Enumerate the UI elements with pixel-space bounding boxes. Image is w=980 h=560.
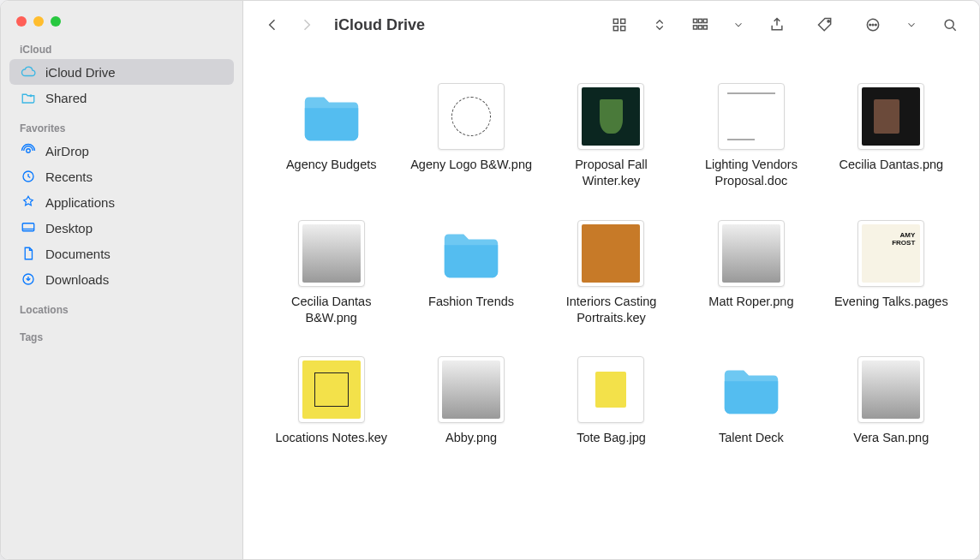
sidebar-item-label: Recents xyxy=(45,170,93,184)
file-label: Talent Deck xyxy=(719,430,784,446)
location-title: iCloud Drive xyxy=(334,16,425,34)
file-thumbnail xyxy=(577,83,644,150)
file-label: Vera San.png xyxy=(853,430,929,446)
finder-window: iCloud iCloud Drive Shared Favorites xyxy=(0,0,980,560)
file-item[interactable]: Talent Deck xyxy=(689,356,813,446)
share-button[interactable] xyxy=(762,11,792,39)
sidebar-item-label: Downloads xyxy=(45,272,109,287)
forward-button[interactable] xyxy=(291,11,322,39)
file-label: Abby.png xyxy=(445,430,497,446)
file-label: Agency Budgets xyxy=(286,157,377,173)
sidebar-heading: iCloud xyxy=(9,39,234,59)
sidebar-item-label: Shared xyxy=(45,91,87,105)
file-item[interactable]: Ageny Logo B&W.png xyxy=(409,83,533,189)
svg-rect-14 xyxy=(703,26,707,29)
svg-rect-11 xyxy=(703,19,707,22)
file-item[interactable]: Abby.png xyxy=(409,356,533,446)
tags-button[interactable] xyxy=(810,11,840,39)
svg-rect-10 xyxy=(698,19,702,22)
file-thumbnail xyxy=(298,220,365,287)
file-thumbnail xyxy=(718,220,785,287)
sidebar-item-label: Documents xyxy=(45,247,111,261)
file-label: Cecilia Dantas B&W.png xyxy=(269,294,393,326)
svg-rect-9 xyxy=(694,19,697,22)
file-thumbnail xyxy=(858,220,924,287)
svg-rect-3 xyxy=(22,223,34,231)
file-thumbnail xyxy=(438,356,505,423)
file-thumbnail xyxy=(577,356,644,423)
cloud-icon xyxy=(20,63,37,80)
file-item[interactable]: Agency Budgets xyxy=(269,83,393,189)
chevron-down-icon[interactable] xyxy=(905,11,917,39)
svg-rect-7 xyxy=(613,27,618,31)
file-grid: Agency BudgetsAgeny Logo B&W.pngProposal… xyxy=(269,83,953,446)
sidebar-heading: Favorites xyxy=(9,117,234,138)
sidebar-item-downloads[interactable]: Downloads xyxy=(9,266,234,292)
file-item[interactable]: Matt Roper.png xyxy=(689,220,813,326)
svg-point-15 xyxy=(828,21,829,22)
chevron-down-icon[interactable] xyxy=(732,11,744,39)
sidebar-item-icloud-drive[interactable]: iCloud Drive xyxy=(9,59,234,85)
file-grid-area[interactable]: Agency BudgetsAgeny Logo B&W.pngProposal… xyxy=(243,49,979,559)
main-panel: iCloud Drive xyxy=(243,1,979,559)
shared-folder-icon xyxy=(20,89,37,106)
file-thumbnail xyxy=(858,83,924,150)
sidebar-heading: Tags xyxy=(9,326,234,347)
svg-rect-8 xyxy=(621,27,625,31)
desktop-icon xyxy=(20,219,37,236)
applications-icon xyxy=(20,194,37,211)
svg-rect-13 xyxy=(698,26,702,29)
file-item[interactable]: Locations Notes.key xyxy=(269,356,393,446)
file-label: Locations Notes.key xyxy=(275,430,387,446)
download-icon xyxy=(20,271,37,288)
search-button[interactable] xyxy=(935,11,965,39)
file-item[interactable]: Evening Talks.pages xyxy=(829,220,953,326)
sidebar-item-label: AirDrop xyxy=(45,144,89,158)
file-item[interactable]: Tote Bag.jpg xyxy=(549,356,673,446)
file-label: Matt Roper.png xyxy=(708,294,793,310)
file-item[interactable]: Lighting Vendors Proposal.doc xyxy=(689,83,813,189)
file-item[interactable]: Cecilia Dantas.png xyxy=(829,83,953,189)
svg-point-18 xyxy=(872,24,874,26)
clock-icon xyxy=(20,168,37,185)
folder-icon xyxy=(718,356,785,423)
sidebar-heading: Locations xyxy=(9,299,234,319)
file-item[interactable]: Vera San.png xyxy=(829,356,953,446)
back-button[interactable] xyxy=(257,11,288,39)
sidebar-item-applications[interactable]: Applications xyxy=(9,189,234,215)
file-thumbnail xyxy=(438,83,505,150)
file-item[interactable]: Fashion Trends xyxy=(409,220,533,326)
sidebar-section-favorites: Favorites AirDrop Recents Applications xyxy=(1,117,242,299)
file-thumbnail xyxy=(298,356,365,423)
sidebar-item-recents[interactable]: Recents xyxy=(9,164,234,189)
more-actions-button[interactable] xyxy=(858,11,888,39)
group-by-button[interactable] xyxy=(684,11,715,39)
sidebar-section-locations: Locations xyxy=(1,299,242,326)
file-label: Lighting Vendors Proposal.doc xyxy=(689,157,813,189)
sidebar-item-label: iCloud Drive xyxy=(45,65,116,80)
file-item[interactable]: Proposal Fall Winter.key xyxy=(549,83,673,189)
file-label: Interiors Casting Portraits.key xyxy=(549,294,673,326)
svg-rect-12 xyxy=(694,26,697,29)
document-icon xyxy=(20,245,37,262)
fullscreen-window-button[interactable] xyxy=(51,16,61,27)
minimize-window-button[interactable] xyxy=(33,16,44,27)
sidebar-section-icloud: iCloud iCloud Drive Shared xyxy=(1,39,242,117)
file-thumbnail xyxy=(577,220,644,287)
view-icons-button[interactable] xyxy=(604,11,635,39)
close-window-button[interactable] xyxy=(16,16,27,27)
window-controls xyxy=(1,13,242,39)
file-item[interactable]: Cecilia Dantas B&W.png xyxy=(269,220,393,326)
sidebar-item-documents[interactable]: Documents xyxy=(9,241,234,266)
sidebar-item-airdrop[interactable]: AirDrop xyxy=(9,138,234,164)
sidebar-item-shared[interactable]: Shared xyxy=(9,85,234,110)
sidebar-item-label: Applications xyxy=(45,195,115,210)
svg-rect-5 xyxy=(613,19,618,23)
file-item[interactable]: Interiors Casting Portraits.key xyxy=(549,220,673,326)
toolbar: iCloud Drive xyxy=(243,1,979,49)
sidebar-item-desktop[interactable]: Desktop xyxy=(9,215,234,241)
svg-point-1 xyxy=(27,149,31,153)
svg-point-17 xyxy=(869,24,871,26)
view-switcher-stepper[interactable] xyxy=(652,11,667,39)
file-label: Evening Talks.pages xyxy=(834,294,948,310)
